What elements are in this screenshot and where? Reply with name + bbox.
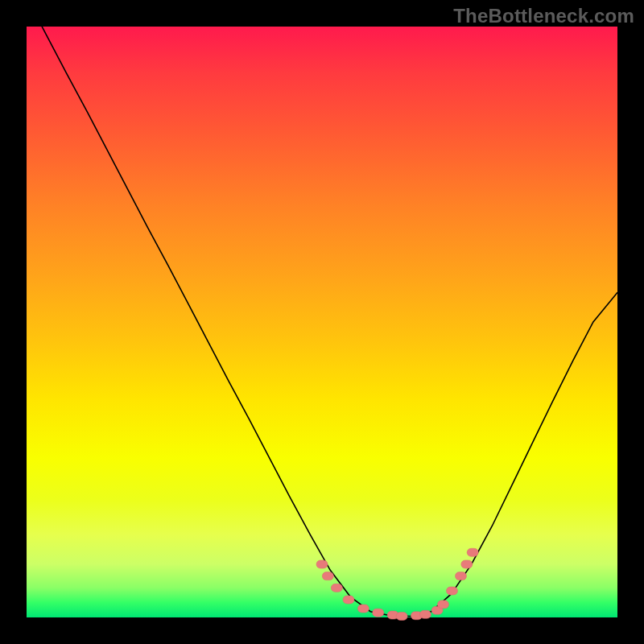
curve-svg	[27, 27, 617, 617]
bottleneck-curve	[27, 0, 617, 617]
data-marker	[461, 560, 473, 568]
chart-frame: TheBottleneck.com	[0, 0, 644, 644]
watermark-text: TheBottleneck.com	[453, 5, 634, 27]
markers-group	[316, 548, 478, 620]
data-marker	[455, 572, 466, 580]
data-marker	[357, 605, 369, 613]
data-marker	[343, 596, 354, 604]
plot-area	[27, 27, 617, 617]
data-marker	[322, 572, 333, 580]
data-marker	[467, 548, 478, 556]
data-marker	[419, 610, 431, 618]
data-marker	[331, 584, 342, 592]
data-marker	[396, 613, 407, 621]
data-marker	[373, 609, 384, 617]
data-marker	[316, 560, 328, 568]
data-marker	[437, 601, 448, 609]
data-marker	[446, 587, 457, 595]
